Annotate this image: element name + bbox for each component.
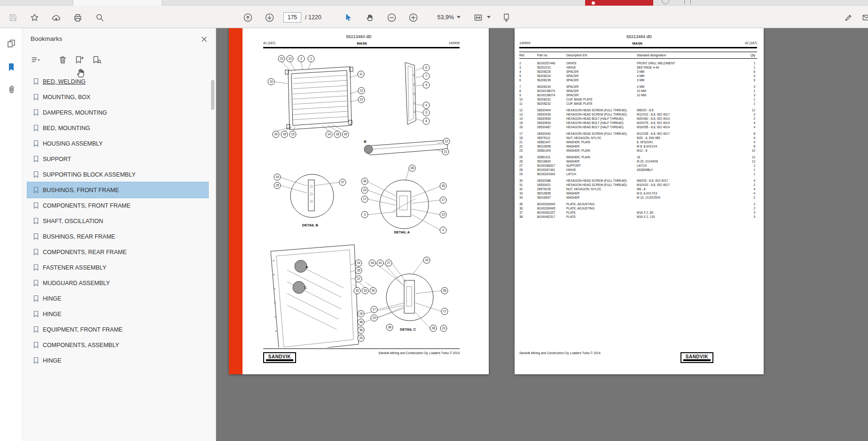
hand-tool-button[interactable] (363, 10, 377, 24)
fit-width-button[interactable] (471, 10, 485, 24)
save-button[interactable] (6, 10, 20, 24)
help-icon[interactable] (662, 0, 669, 4)
save-icon (8, 13, 18, 23)
bookmark-item[interactable]: DAMPERS, MOUNTING (27, 105, 208, 120)
previous-page-button[interactable] (241, 10, 255, 24)
bookmark-item[interactable]: MUDGUARD ASSEMBLY (27, 275, 208, 291)
parts-table-cell: WASHER (566, 144, 637, 148)
parts-table-cell: 56208195 (537, 78, 566, 82)
parts-table-row: 2106581407WASHER, PLAIN8, SFS20414 (519, 140, 757, 144)
zoom-dropdown-caret-icon[interactable] (457, 16, 461, 18)
parts-table-cell: 4 (721, 125, 757, 129)
promo-button[interactable] (585, 0, 653, 6)
parts-table-cell: 06530421 (537, 183, 566, 187)
parts-table-cell: 06530442 (537, 132, 566, 136)
svg-text:A: A (305, 265, 308, 269)
parts-table-cell: 1 (721, 97, 757, 101)
bookmark-item[interactable]: SUPPORTING BLOCK ASSEMBLY (27, 167, 208, 182)
parts-table-cell: 3 (721, 85, 757, 89)
parts-table-row: 456208225SPACER3 MM6 (519, 70, 757, 74)
select-tool-button[interactable] (341, 10, 355, 24)
svg-text:15: 15 (291, 132, 295, 136)
bookmark-label: BED, MOUNTING (43, 125, 90, 132)
parts-table-cell: 8 (721, 132, 757, 136)
svg-text:13: 13 (288, 57, 292, 60)
bookmark-item[interactable]: COMPONENTS, ASSEMBLY (27, 337, 208, 353)
add-bookmark-button[interactable] (72, 53, 86, 67)
svg-text:38: 38 (388, 325, 391, 329)
parts-table-cell: 37 (519, 210, 537, 215)
bookmark-label: SUPPORT (43, 156, 71, 162)
find-button[interactable] (93, 10, 107, 24)
svg-text:12: 12 (445, 139, 448, 143)
parts-table-cell: 6 (721, 136, 757, 140)
bookmarks-panel-button[interactable] (4, 60, 18, 74)
parts-table-row: 37BG00452337PLATEM16 X 2, 803 (519, 210, 757, 215)
bookmark-label: EQUIPMENT, FRONT FRAME (43, 326, 123, 333)
bookmark-item[interactable]: SUPPORT (27, 151, 208, 167)
parts-table-cell: BG00257446 (537, 61, 566, 65)
bookmark-icon (33, 109, 39, 116)
notifications-bell-icon[interactable] (684, 0, 691, 4)
svg-text:DETAIL A: DETAIL A (394, 230, 410, 234)
pdf-page-left[interactable]: 56213484 dD 41 (167) MASK 140909 (229, 28, 489, 374)
bookmark-icon (33, 155, 39, 162)
attachments-panel-button[interactable] (4, 83, 18, 97)
parts-table-cell: 10 MM (637, 89, 721, 93)
zoom-in-button[interactable] (406, 10, 420, 24)
parts-table-row: 28BG00267461HINGEASSEMBLY1 (519, 168, 757, 172)
bookmark-item[interactable]: HINGE (27, 353, 208, 368)
share-cloud-button[interactable] (49, 10, 63, 24)
parts-table-cell: 7 (519, 85, 537, 89)
bookmark-item[interactable]: HINGE (27, 291, 208, 306)
print-button[interactable] (70, 10, 85, 24)
bookmark-icon (33, 171, 39, 178)
delete-bookmark-button[interactable] (55, 53, 70, 67)
bookmark-item[interactable]: BED, MOUNTING (27, 120, 208, 136)
bookmark-options-button[interactable] (28, 53, 42, 67)
panel-scrollbar[interactable] (211, 80, 214, 110)
document-tab[interactable] (73, 0, 162, 6)
fit-dropdown-caret-icon[interactable] (487, 16, 491, 18)
svg-text:4: 4 (425, 103, 427, 107)
parts-table-cell: M10X20 - 8.8, ISO 4017 (637, 183, 721, 187)
zoom-level-value[interactable]: 53,9% (427, 14, 454, 21)
parts-table-cell: BG00198070 (537, 89, 566, 93)
bookmark-item[interactable]: COMPONENTS, REAR FRAME (27, 244, 208, 260)
next-page-button[interactable] (262, 10, 276, 24)
bookmark-item[interactable]: SHAFT, OSCILLATION (27, 213, 208, 229)
bookmark-item[interactable]: BUSHINGS, REAR FRAME (27, 229, 208, 244)
parts-table-cell: 3 (721, 210, 757, 215)
bookmark-item[interactable]: BUSHINGS, FRONT FRAME (27, 182, 208, 198)
panel-title: Bookmarks (31, 35, 63, 42)
bookmark-item[interactable]: HOUSING ASSEMBLY (27, 136, 208, 151)
bookmark-item[interactable]: HINGE (27, 306, 208, 322)
bookmark-item[interactable]: BED, WELDING (27, 74, 208, 89)
bookmark-item[interactable]: EQUIPMENT, FRONT FRAME (27, 322, 208, 337)
parts-table-row: 3006530388HEXAGON HEAD SCREW (FULL THREA… (519, 178, 757, 183)
bookmark-item[interactable]: FASTENER ASSEMBLY (27, 260, 208, 275)
page-number-input[interactable] (283, 12, 301, 23)
locate-bookmark-button[interactable] (89, 53, 103, 67)
page-scrolling-button[interactable] (499, 10, 513, 24)
document-view[interactable]: 56213484 dD 41 (167) MASK 140909 (216, 28, 868, 441)
parts-table-cell: ASSEMBLY (637, 168, 721, 172)
favorites-button[interactable] (27, 10, 41, 24)
bookmark-item[interactable]: MOUNTING, BOX (27, 89, 208, 105)
svg-text:12: 12 (360, 89, 363, 92)
parts-table-cell: 35 (519, 202, 537, 206)
pdf-page-right[interactable]: 56213484 dD 140909 MASK 42 (167) Ref. Pa… (515, 28, 764, 374)
parts-table-cell: 1 (721, 168, 757, 172)
bookmark-item[interactable]: COMPONENTS, FRONT FRAME (27, 198, 208, 213)
fill-sign-button[interactable] (841, 10, 855, 24)
parts-table-cell: NUT, HEXAGON, NYLOC (566, 187, 637, 191)
page-thumbnails-button[interactable] (4, 37, 18, 51)
parts-table-cell: M6 - 8 (637, 187, 721, 191)
parts-table-cell: 4 MM (637, 85, 721, 89)
zoom-out-button[interactable] (384, 10, 399, 24)
parts-table-cell: 06530509 (537, 121, 566, 125)
close-panel-button[interactable] (199, 34, 209, 44)
bookmarks-icon (6, 62, 16, 72)
send-mail-button[interactable] (859, 10, 868, 24)
svg-text:35: 35 (441, 184, 445, 187)
